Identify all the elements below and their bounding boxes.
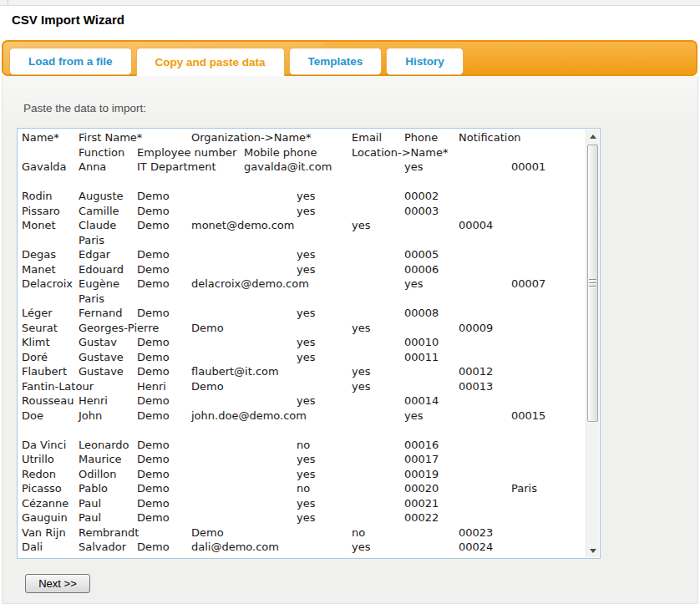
- textarea-cell: Gustave: [79, 351, 124, 363]
- textarea-cell: yes: [297, 468, 315, 480]
- textarea-cell: Demo: [137, 263, 170, 276]
- textarea-cell: 00006: [404, 263, 439, 276]
- textarea-cell: IT Department: [137, 160, 216, 173]
- textarea-cell: Maurice: [79, 453, 122, 465]
- page-title: CSV Import Wizard: [12, 13, 124, 27]
- textarea-cell: flaubert@it.com: [191, 365, 279, 378]
- textarea-cell: Odillon: [79, 468, 117, 480]
- textarea-cell: 00004: [459, 219, 493, 231]
- textarea-cell: Demo: [137, 541, 170, 553]
- textarea-cell: Function: [79, 146, 124, 159]
- textarea-cell: Demo: [137, 277, 170, 290]
- textarea-cell: yes: [404, 160, 423, 173]
- textarea-cell: 00010: [404, 336, 439, 348]
- textarea-cell: yes: [297, 190, 315, 202]
- textarea-cell: Van Rijn: [22, 526, 66, 539]
- textarea-cell: Demo: [191, 526, 224, 539]
- textarea-cell: Email: [352, 131, 382, 144]
- paste-instruction-label: Paste the data to import:: [23, 102, 146, 114]
- textarea-cell: Delacroix: [22, 277, 73, 290]
- next-button[interactable]: Next >>: [25, 574, 90, 593]
- textarea-cell: Pissaro: [22, 205, 60, 217]
- textarea-cell: Fantin-Latour: [22, 380, 94, 393]
- textarea-cell: 00021: [404, 497, 439, 510]
- scrollbar-grip-icon: [589, 279, 596, 287]
- textarea-cell: Rousseau: [22, 394, 74, 407]
- textarea-cell: yes: [297, 248, 315, 261]
- textarea-cell: yes: [297, 263, 315, 276]
- textarea-cell: Demo: [137, 453, 170, 465]
- textarea-cell: Leonardo: [79, 439, 129, 451]
- textarea-cell: Edouard: [79, 263, 124, 276]
- triangle-down-icon: [590, 549, 596, 553]
- textarea-cell: Da Vinci: [22, 439, 66, 451]
- textarea-cell: Paris: [79, 292, 104, 305]
- textarea-cell: Salvador: [79, 541, 126, 553]
- textarea-cell: Mobile phone: [244, 146, 317, 159]
- textarea-cell: Demo: [137, 409, 170, 422]
- textarea-cell: Doré: [22, 351, 48, 363]
- textarea-cell: Grenoble: [79, 556, 128, 558]
- textarea-cell: 00015: [511, 409, 545, 422]
- textarea-cell: Picasso: [22, 482, 62, 495]
- textarea-cell: Paris: [511, 482, 537, 495]
- textarea-cell: Demo: [137, 219, 170, 231]
- textarea-cell: Dali: [22, 541, 43, 553]
- textarea-cell: Name*: [22, 131, 59, 144]
- textarea-cell: 00016: [404, 439, 439, 451]
- textarea-cell: 00019: [404, 468, 439, 480]
- textarea-cell: Fernand: [79, 307, 123, 319]
- textarea-cell: yes: [352, 541, 370, 553]
- top-strip-divider: [8, 0, 8, 6]
- textarea-cell: no: [297, 482, 310, 495]
- textarea-cell: Demo: [137, 394, 170, 407]
- textarea-cell: 00022: [404, 511, 439, 524]
- textarea-cell: Henri: [79, 394, 108, 407]
- textarea-cell: yes: [404, 409, 423, 422]
- textarea-cell: First Name*: [79, 131, 142, 144]
- scroll-up-button[interactable]: [586, 129, 600, 143]
- textarea-cell: Demo: [137, 497, 170, 510]
- textarea-cell: yes: [297, 351, 315, 363]
- textarea-cell: 00005: [404, 248, 439, 261]
- tab-templates[interactable]: Templates: [289, 48, 383, 75]
- tab-load-from-file[interactable]: Load from a file: [9, 48, 132, 75]
- textarea-cell: 00008: [404, 307, 439, 319]
- textarea-cell: yes: [297, 307, 315, 319]
- textarea-cell: John: [79, 409, 102, 422]
- textarea-cell: Georges-Pierre: [79, 322, 159, 334]
- textarea-cell: 00012: [459, 365, 493, 378]
- textarea-cell: no: [297, 439, 310, 451]
- textarea-cell: Seurat: [22, 322, 58, 334]
- tab-history[interactable]: History: [386, 48, 464, 75]
- scrollbar-thumb[interactable]: [587, 145, 598, 422]
- textarea-cell: 00013: [459, 380, 493, 393]
- textarea-cell: yes: [297, 497, 315, 510]
- textarea-cell: 00001: [511, 160, 545, 173]
- textarea-cell: Demo: [137, 248, 170, 261]
- textarea-cell: Demo: [137, 190, 170, 202]
- textarea-cell: Demo: [137, 511, 170, 524]
- textarea-cell: Demo: [137, 307, 170, 319]
- paste-textarea-content: Name*First Name*Organization->Name*Email…: [18, 129, 585, 557]
- textarea-cell: 00023: [459, 526, 493, 539]
- tab-copy-and-paste-data[interactable]: Copy and paste data: [136, 48, 285, 77]
- textarea-cell: 00009: [459, 322, 493, 334]
- textarea-scrollbar[interactable]: [586, 129, 599, 557]
- textarea-cell: Klimt: [22, 336, 50, 348]
- textarea-cell: Notification: [459, 131, 521, 144]
- textarea-cell: yes: [297, 453, 315, 465]
- textarea-cell: yes: [352, 380, 370, 393]
- textarea-cell: monet@demo.com: [191, 219, 295, 231]
- textarea-cell: Demo: [137, 205, 170, 217]
- wizard-tab-bar: Load from a file Copy and paste data Tem…: [2, 40, 697, 76]
- textarea-cell: yes: [352, 365, 370, 378]
- textarea-cell: Eugène: [79, 277, 119, 290]
- triangle-up-icon: [590, 135, 596, 139]
- textarea-cell: 00020: [404, 482, 439, 495]
- paste-textarea[interactable]: Name*First Name*Organization->Name*Email…: [17, 128, 601, 559]
- textarea-cell: Auguste: [79, 190, 124, 202]
- textarea-cell: Demo: [137, 482, 170, 495]
- textarea-cell: Demo: [137, 351, 170, 363]
- scroll-down-button[interactable]: [586, 544, 600, 557]
